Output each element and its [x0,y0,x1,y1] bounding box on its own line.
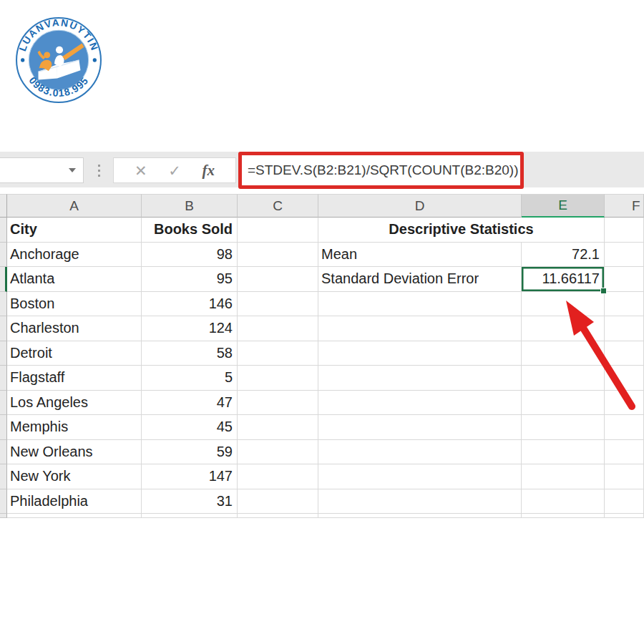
row-header-2[interactable] [0,243,7,268]
cell-D2[interactable]: Mean [318,243,522,268]
cell-E9[interactable] [522,415,605,440]
cell-C8[interactable] [238,391,318,416]
cell-C6[interactable] [238,341,318,366]
cell-E6[interactable] [522,341,605,366]
row-header-8[interactable] [0,391,7,416]
cell-F3[interactable] [605,267,644,292]
row-header-7[interactable] [0,366,7,391]
cell-D4[interactable] [318,292,522,317]
cell-A6[interactable]: Detroit [7,341,142,366]
cell-C12[interactable] [238,489,318,514]
cell-E7[interactable] [522,366,605,391]
cell-D11[interactable] [318,464,522,489]
cell-D8[interactable] [318,391,522,416]
column-header-B[interactable]: B [142,194,238,218]
row-header-4[interactable] [0,292,7,317]
row-header-1[interactable] [0,218,7,243]
cell-A8[interactable]: Los Angeles [7,391,142,416]
cell-A13[interactable] [7,514,142,518]
row-header-5[interactable] [0,316,7,341]
name-box[interactable] [0,157,84,183]
cell-E11[interactable] [522,464,605,489]
cell-B13[interactable] [142,514,238,518]
name-box-dropdown-icon[interactable] [69,168,76,172]
column-header-F[interactable]: F [605,194,644,218]
cancel-icon[interactable]: ✕ [135,163,147,178]
cell-F12[interactable] [605,489,644,514]
cell-A2[interactable]: Anchorage [7,243,142,268]
cell-C5[interactable] [238,316,318,341]
cell-A3[interactable]: Atlanta [7,267,142,292]
cell-B3[interactable]: 95 [142,267,238,292]
cell-C13[interactable] [238,514,318,518]
formula-bar-drag-handle[interactable] [96,161,102,180]
row-header-11[interactable] [0,464,7,489]
enter-icon[interactable]: ✓ [168,163,181,178]
select-all-corner[interactable] [0,194,7,218]
insert-function-icon[interactable]: fx [203,163,215,178]
cell-F9[interactable] [605,415,644,440]
cell-E5[interactable] [522,316,605,341]
cell-C1[interactable] [238,218,318,243]
cell-F11[interactable] [605,464,644,489]
cell-C4[interactable] [238,292,318,317]
column-header-D[interactable]: D [318,194,522,218]
cell-D12[interactable] [318,489,522,514]
cell-B2[interactable]: 98 [142,243,238,268]
cell-B9[interactable]: 45 [142,415,238,440]
cell-E3[interactable]: 11.66117 [522,267,605,292]
cell-B10[interactable]: 59 [142,440,238,465]
cell-F13[interactable] [605,514,644,518]
cell-F5[interactable] [605,316,644,341]
row-header-9[interactable] [0,415,7,440]
cell-A9[interactable]: Memphis [7,415,142,440]
row-header-12[interactable] [0,489,7,514]
cell-F1[interactable] [605,218,644,243]
cell-A4[interactable]: Boston [7,292,142,317]
formula-bar-input[interactable]: =STDEV.S(B2:B21)/SQRT(COUNT(B2:B20)) [248,162,519,178]
cell-B8[interactable]: 47 [142,391,238,416]
cell-D9[interactable] [318,415,522,440]
cell-C10[interactable] [238,440,318,465]
cell-F7[interactable] [605,366,644,391]
column-header-C[interactable]: C [238,194,318,218]
cell-A5[interactable]: Charleston [7,316,142,341]
cell-E8[interactable] [522,391,605,416]
row-header-6[interactable] [0,341,7,366]
cell-C9[interactable] [238,415,318,440]
row-header-3[interactable] [0,267,7,292]
cell-C11[interactable] [238,464,318,489]
cell-A12[interactable]: Philadelphia [7,489,142,514]
cell-D7[interactable] [318,366,522,391]
cell-D10[interactable] [318,440,522,465]
cell-E4[interactable] [522,292,605,317]
cell-B7[interactable]: 5 [142,366,238,391]
cell-E10[interactable] [522,440,605,465]
cell-E13[interactable] [522,514,605,518]
cell-C3[interactable] [238,267,318,292]
cell-D5[interactable] [318,316,522,341]
cell-F6[interactable] [605,341,644,366]
cell-B4[interactable]: 146 [142,292,238,317]
column-header-E[interactable]: E [522,194,605,218]
cell-F10[interactable] [605,440,644,465]
cell-C2[interactable] [238,243,318,268]
cell-F8[interactable] [605,391,644,416]
cell-B5[interactable]: 124 [142,316,238,341]
cell-A1[interactable]: City [7,218,142,243]
cell-F4[interactable] [605,292,644,317]
row-header-10[interactable] [0,440,7,465]
row-header-13[interactable] [0,514,7,518]
cell-B12[interactable]: 31 [142,489,238,514]
cell-E12[interactable] [522,489,605,514]
cell-E2[interactable]: 72.1 [522,243,605,268]
cell-C7[interactable] [238,366,318,391]
cell-A11[interactable]: New York [7,464,142,489]
cell-A10[interactable]: New Orleans [7,440,142,465]
cell-D3[interactable]: Standard Deviation Error [318,267,522,292]
cell-A7[interactable]: Flagstaff [7,366,142,391]
cell-B1[interactable]: Books Sold [142,218,238,243]
cell-D6[interactable] [318,341,522,366]
cell-B11[interactable]: 147 [142,464,238,489]
cell-D13[interactable] [318,514,522,518]
